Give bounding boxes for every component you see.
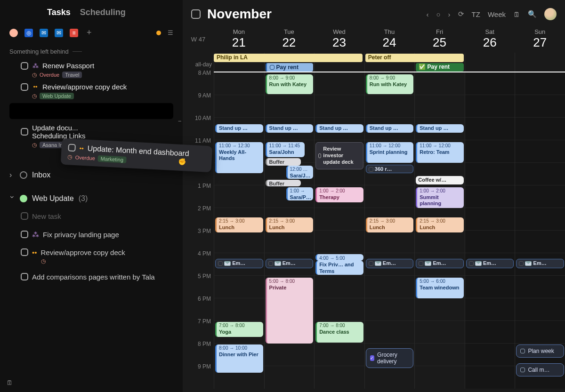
- banner-philip-la[interactable]: Philip in LA: [214, 54, 363, 62]
- event-fixprivterms-t[interactable]: 4:00 → 5:00: [315, 254, 363, 261]
- slot-mon[interactable]: Stand up … 11:00 → 12:30Weekly All-Hands…: [214, 72, 264, 389]
- amber-dot-icon[interactable]: [156, 31, 161, 35]
- event-run-katey[interactable]: 8:00 → 9:00Run with Katey: [366, 74, 414, 94]
- day-col-thu[interactable]: Thu24: [364, 28, 415, 50]
- event-buffer2[interactable]: Buffer: [266, 180, 301, 186]
- slot-sat[interactable]: Em…: [465, 72, 515, 389]
- event-lunch[interactable]: 2:15 → 3:00Lunch: [416, 217, 464, 232]
- event-sprint[interactable]: 11:00 → 12:00Sprint planning: [366, 142, 414, 163]
- timezone-button[interactable]: TZ: [472, 10, 480, 18]
- subtask-review-copy-deck-2[interactable]: •• Review/approve copy deck ◷: [0, 247, 183, 266]
- event-retro[interactable]: 11:00 → 12:00Retro: Team: [416, 142, 464, 163]
- checkbox-icon[interactable]: [21, 273, 28, 280]
- event-private[interactable]: 5:00 → 8:00Private: [266, 278, 314, 344]
- event-pay-rent[interactable]: Pay rent: [266, 63, 314, 72]
- event-email[interactable]: Em…: [466, 259, 514, 268]
- source-dot-icon[interactable]: [9, 29, 18, 37]
- event-standup[interactable]: Stand up …: [315, 124, 363, 133]
- event-team-winedown[interactable]: 5:00 → 6:00Team winedown: [416, 278, 464, 298]
- checkbox-icon[interactable]: [21, 212, 28, 220]
- checkbox-icon[interactable]: [21, 128, 28, 136]
- todoist-icon[interactable]: ≡: [70, 29, 78, 37]
- search-icon[interactable]: 🔍: [528, 10, 537, 18]
- task-renew-passport[interactable]: ⁂ Renew Passport ◷ Overdue Travel: [0, 59, 183, 80]
- layout-toggle-icon[interactable]: [191, 9, 201, 19]
- event-sara-j2[interactable]: 12:00 …Sara/J…: [286, 166, 314, 179]
- event-buffer[interactable]: Buffer: [266, 158, 301, 166]
- group-web-update[interactable]: › Web Update (3): [0, 191, 183, 204]
- event-standup[interactable]: Stand up …: [215, 124, 263, 133]
- event-review-investor[interactable]: Review investor update deck: [315, 142, 363, 169]
- clock-icon: ◷: [32, 142, 37, 148]
- day-col-wed[interactable]: Wed23: [314, 28, 364, 50]
- event-lunch[interactable]: 2:15 → 3:00Lunch: [215, 217, 263, 232]
- event-grocery[interactable]: ✓Grocery delivery: [366, 348, 414, 368]
- slot-thu[interactable]: 8:00 → 9:00Run with Katey Stand up … 11:…: [364, 72, 415, 389]
- event-weekly-allhands[interactable]: 11:00 → 12:30Weekly All-Hands: [215, 142, 263, 173]
- subtask-add-comparisons[interactable]: Add comparisons pages written by Tala: [0, 271, 183, 283]
- day-col-fri[interactable]: Fri25: [414, 28, 465, 50]
- event-call-m[interactable]: Call m…: [516, 363, 564, 376]
- event-pay-rent-done[interactable]: ✅ Pay rent: [416, 63, 464, 72]
- view-week-button[interactable]: Week: [488, 10, 506, 18]
- tab-tasks[interactable]: Tasks: [47, 8, 71, 17]
- event-fixprivterms[interactable]: Fix Priv… and Terms: [315, 261, 363, 275]
- checkbox-icon[interactable]: [68, 144, 76, 152]
- event-email[interactable]: Em…: [416, 259, 464, 268]
- slot-fri[interactable]: Stand up … 11:00 → 12:00Retro: Team Coff…: [414, 72, 465, 389]
- task-drop-target[interactable]: [9, 103, 173, 119]
- mini-calendar-icon[interactable]: 🗓: [7, 379, 13, 386]
- event-email[interactable]: Em…: [366, 259, 414, 268]
- add-integration-icon[interactable]: +: [87, 28, 92, 38]
- event-coffee[interactable]: Coffee w/…: [416, 176, 464, 184]
- day-col-tue[interactable]: Tue22: [264, 28, 315, 50]
- hour-labels: 8 AM9 AM −10 AM 11 AM12 AM 1 PM2 PM 3 PM…: [183, 72, 214, 389]
- subtask-fix-privacy[interactable]: ⁂ Fix privacy landing page: [0, 229, 183, 241]
- task-review-copy-deck[interactable]: •• Review/approve copy deck ◷ Web Update: [0, 80, 183, 101]
- event-standup[interactable]: Stand up …: [366, 124, 414, 133]
- event-email[interactable]: Em…: [215, 259, 263, 268]
- event-therapy[interactable]: 1:00 → 2:00Therapy: [315, 187, 363, 202]
- event-lunch[interactable]: 2:15 → 3:00Lunch: [366, 217, 414, 232]
- avatar[interactable]: [544, 8, 557, 20]
- today-icon[interactable]: ○: [436, 10, 441, 18]
- event-standup[interactable]: Stand up …: [416, 124, 464, 133]
- subtask-new[interactable]: New task: [0, 210, 183, 222]
- checkbox-icon[interactable]: [21, 83, 28, 91]
- refresh-icon[interactable]: ⟳: [458, 10, 464, 18]
- prev-icon[interactable]: ‹: [427, 10, 429, 18]
- allday-sun[interactable]: [515, 53, 565, 72]
- checkbox-icon[interactable]: [21, 231, 28, 238]
- checkbox-icon[interactable]: [21, 248, 28, 256]
- list-icon[interactable]: ☰: [168, 29, 173, 36]
- event-sara-p[interactable]: 1:00 →Sara/P…: [286, 187, 314, 200]
- slot-wed[interactable]: Stand up … Review investor update deck 1…: [314, 72, 364, 389]
- slot-sun[interactable]: Em… Plan week Call m…: [515, 72, 565, 389]
- next-icon[interactable]: ›: [448, 10, 451, 18]
- target-icon[interactable]: ◎: [24, 29, 33, 37]
- event-sara-john[interactable]: 11:00 → 11:45Sara/John: [266, 142, 305, 157]
- checkbox-icon[interactable]: [21, 62, 28, 70]
- datepicker-icon[interactable]: 🗓: [513, 10, 520, 18]
- event-email[interactable]: Em…: [516, 259, 564, 268]
- event-plan-week[interactable]: Plan week: [516, 344, 564, 358]
- slot-tue[interactable]: 8:00 → 9:00Run with Katey Stand up … 11:…: [264, 72, 315, 389]
- outlook2-icon[interactable]: ✉: [55, 29, 63, 37]
- event-dance[interactable]: 7:00 → 8:00Dance class: [315, 322, 363, 343]
- event-dinner[interactable]: 8:00 → 10:00Dinner with Pier: [215, 344, 263, 373]
- allday-sat[interactable]: [465, 53, 515, 72]
- event-standup[interactable]: Stand up …: [266, 124, 314, 133]
- event-email[interactable]: Em…: [266, 259, 314, 268]
- event-360[interactable]: 360 r…: [366, 165, 414, 173]
- event-summit[interactable]: 1:00 → 2:00Summit planning: [416, 187, 464, 208]
- outlook-icon[interactable]: ✉: [40, 29, 48, 37]
- tab-scheduling[interactable]: Scheduling: [80, 8, 126, 17]
- event-lunch[interactable]: 2:15 → 3:00Lunch: [266, 217, 314, 232]
- project-icon: ⁂: [32, 62, 39, 69]
- event-run-katey[interactable]: 8:00 → 9:00Run with Katey: [266, 74, 314, 94]
- day-col-mon[interactable]: Mon21: [214, 28, 264, 50]
- day-col-sun[interactable]: Sun27: [515, 28, 565, 50]
- banner-peter-off[interactable]: Peter off: [365, 54, 464, 62]
- event-yoga[interactable]: 7:00 → 8:00Yoga: [215, 322, 263, 337]
- day-col-sat[interactable]: Sat26: [465, 28, 515, 50]
